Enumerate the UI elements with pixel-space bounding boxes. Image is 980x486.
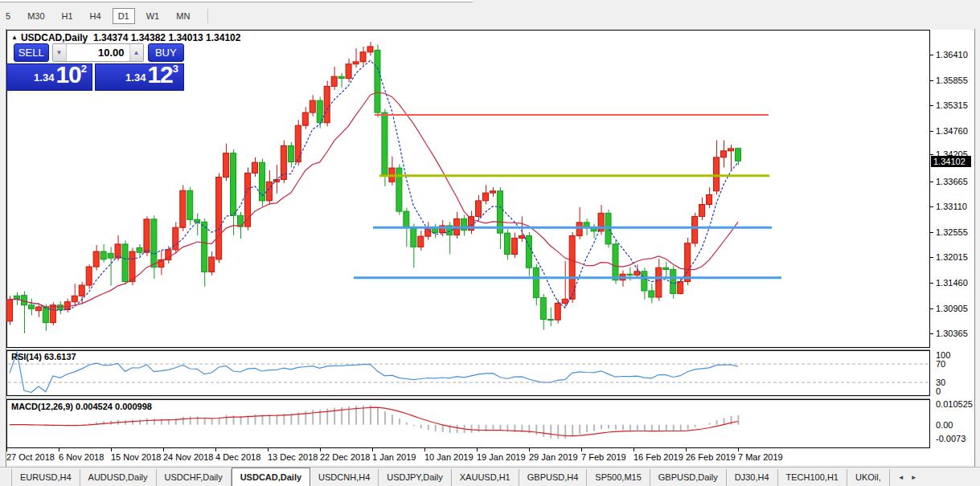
sell-price-box[interactable]: 1.34102 bbox=[6, 63, 92, 91]
indicator-axis-label: 0 bbox=[936, 386, 941, 396]
tab-scroll-right-icon[interactable]: ► bbox=[908, 469, 921, 486]
indicator-axis-label: 0.010525 bbox=[936, 399, 973, 409]
date-axis-tick bbox=[529, 448, 530, 451]
macd-label: MACD(12,26,9) 0.004524 0.000998 bbox=[11, 402, 152, 411]
tab-ukoil-[interactable]: UKOil, bbox=[847, 469, 890, 486]
sell-price-big: 10 bbox=[55, 61, 80, 88]
sell-price-base: 1.34 bbox=[34, 71, 54, 84]
price-axis-tick bbox=[930, 333, 933, 334]
tab-xauusd-h1[interactable]: XAUUSD,H1 bbox=[452, 469, 519, 486]
date-axis-tick bbox=[6, 448, 7, 451]
date-axis-tick bbox=[163, 448, 164, 451]
date-axis-label: 22 Dec 2018 bbox=[320, 452, 370, 462]
price-axis-tick bbox=[930, 283, 933, 284]
price-axis[interactable]: 1.364101.358551.353151.347601.342051.336… bbox=[930, 30, 974, 465]
buy-price-pip: 3 bbox=[173, 63, 178, 75]
date-axis-label: 6 Nov 2018 bbox=[59, 452, 104, 462]
volume-increase-icon[interactable]: ▲ bbox=[129, 44, 143, 61]
date-axis-tick bbox=[424, 448, 425, 451]
price-axis-label: 1.32015 bbox=[936, 252, 968, 262]
timeframe-button-mn[interactable]: MN bbox=[170, 8, 195, 24]
timeframe-button-d1[interactable]: D1 bbox=[113, 8, 135, 24]
chart-symbol-header: ▲USDCAD,Daily 1.34374 1.34382 1.34013 1.… bbox=[11, 32, 240, 43]
date-axis-tick bbox=[477, 448, 478, 451]
date-axis-tick bbox=[581, 448, 582, 451]
price-axis-tick bbox=[930, 55, 933, 55]
price-axis-tick bbox=[930, 182, 933, 182]
collapse-arrow-icon[interactable]: ▲ bbox=[11, 34, 18, 41]
date-axis-label: 4 Dec 2018 bbox=[215, 452, 260, 462]
indicator-axis-label: -0.0073 bbox=[936, 434, 966, 443]
buy-price-big: 12 bbox=[147, 61, 172, 88]
tab-usdcnh-h4[interactable]: USDCNH,H4 bbox=[310, 469, 379, 486]
rsi-label: RSI(14) 63.6137 bbox=[11, 352, 76, 361]
date-axis-label: 26 Feb 2019 bbox=[686, 452, 736, 462]
price-axis-tick bbox=[930, 154, 933, 155]
price-axis-tick bbox=[930, 206, 933, 207]
date-axis-tick bbox=[111, 448, 112, 451]
chart-ohlc-values: 1.34374 1.34382 1.34013 1.34102 bbox=[93, 32, 241, 43]
date-axis-label: 1 Jan 2019 bbox=[372, 452, 416, 462]
date-axis-label: 7 Feb 2019 bbox=[581, 452, 626, 462]
volume-decrease-icon[interactable]: ▼ bbox=[53, 44, 67, 61]
price-axis-tick bbox=[930, 131, 933, 132]
tab-usdcad-daily[interactable]: USDCAD,Daily bbox=[232, 468, 310, 486]
tab-gbpusd-h4[interactable]: GBPUSD,H4 bbox=[519, 469, 588, 486]
tab-tech100-h1[interactable]: TECH100,H1 bbox=[778, 469, 847, 486]
buy-price-box[interactable]: 1.34123 bbox=[95, 63, 184, 91]
tab-usdchf-daily[interactable]: USDCHF,Daily bbox=[157, 469, 232, 486]
volume-spinner: ▼ ▲ bbox=[52, 43, 144, 62]
timeframe-button-h4[interactable]: H4 bbox=[84, 8, 107, 24]
tab-usdjpy-daily[interactable]: USDJPY,Daily bbox=[379, 469, 452, 486]
buy-button[interactable]: BUY bbox=[148, 43, 184, 62]
price-axis-label: 1.36410 bbox=[936, 50, 968, 59]
date-axis-label: 16 Feb 2019 bbox=[634, 452, 683, 462]
price-axis-label: 1.35855 bbox=[936, 76, 968, 85]
window-top-strip bbox=[0, 0, 473, 2]
date-axis-tick bbox=[320, 448, 321, 451]
date-axis[interactable]: 27 Oct 20186 Nov 201815 Nov 201824 Nov 2… bbox=[6, 448, 930, 465]
chart-tab-bar: EURUSD,H4AUDUSD,DailyUSDCHF,DailyUSDCAD,… bbox=[0, 467, 980, 486]
chart-symbol: USDCAD,Daily bbox=[21, 32, 88, 43]
date-axis-tick bbox=[215, 448, 216, 451]
volume-input[interactable] bbox=[67, 44, 129, 61]
date-axis-label: 10 Jan 2019 bbox=[424, 452, 474, 462]
timeframe-button-5[interactable]: 5 bbox=[0, 8, 16, 24]
window-left-edge bbox=[0, 29, 6, 467]
price-axis-label: 1.33110 bbox=[936, 202, 967, 211]
date-axis-tick bbox=[268, 448, 269, 451]
date-axis-label: 27 Oct 2018 bbox=[6, 452, 55, 462]
date-axis-label: 15 Nov 2018 bbox=[111, 452, 161, 462]
date-axis-label: 13 Dec 2018 bbox=[268, 452, 318, 462]
price-axis-label: 1.34760 bbox=[936, 126, 968, 136]
price-axis-tick bbox=[930, 257, 933, 258]
price-axis-label: 1.32555 bbox=[936, 227, 968, 237]
timeframe-button-h1[interactable]: H1 bbox=[56, 8, 79, 24]
window-right-edge bbox=[974, 29, 980, 467]
rsi-indicator-canvas[interactable] bbox=[6, 350, 930, 396]
tab-gbpusd-daily[interactable]: GBPUSD,Daily bbox=[650, 469, 727, 486]
price-axis-tick bbox=[930, 105, 933, 106]
sell-button[interactable]: SELL bbox=[14, 43, 49, 62]
current-price-badge: 1.34102 bbox=[931, 156, 971, 167]
tab-eurusd-h4[interactable]: EURUSD,H4 bbox=[11, 469, 80, 486]
timeframe-button-w1[interactable]: W1 bbox=[141, 8, 166, 24]
date-axis-tick bbox=[59, 448, 59, 451]
price-axis-tick bbox=[930, 308, 933, 309]
price-axis-label: 1.31460 bbox=[936, 278, 968, 288]
tab-dj30-h4[interactable]: DJ30,H4 bbox=[727, 469, 778, 486]
price-axis-label: 1.33665 bbox=[936, 177, 968, 186]
toolbar-separator bbox=[207, 9, 208, 23]
tab-scroll-left-icon[interactable]: ◄ bbox=[895, 469, 908, 486]
timeframe-button-m30[interactable]: M30 bbox=[22, 8, 50, 24]
indicator-axis-label: 0.00 bbox=[936, 420, 953, 430]
date-axis-label: 24 Nov 2018 bbox=[163, 452, 213, 462]
date-axis-tick bbox=[372, 448, 373, 451]
indicator-axis-label: 70 bbox=[936, 359, 945, 369]
tab-sp500-m15[interactable]: SP500,M15 bbox=[587, 469, 650, 486]
tab-audusd-daily[interactable]: AUDUSD,Daily bbox=[80, 469, 157, 486]
date-axis-label: 7 Mar 2019 bbox=[738, 452, 783, 462]
price-axis-tick bbox=[930, 80, 933, 81]
price-axis-label: 1.30365 bbox=[936, 329, 968, 338]
price-axis-label: 1.30905 bbox=[936, 304, 968, 313]
